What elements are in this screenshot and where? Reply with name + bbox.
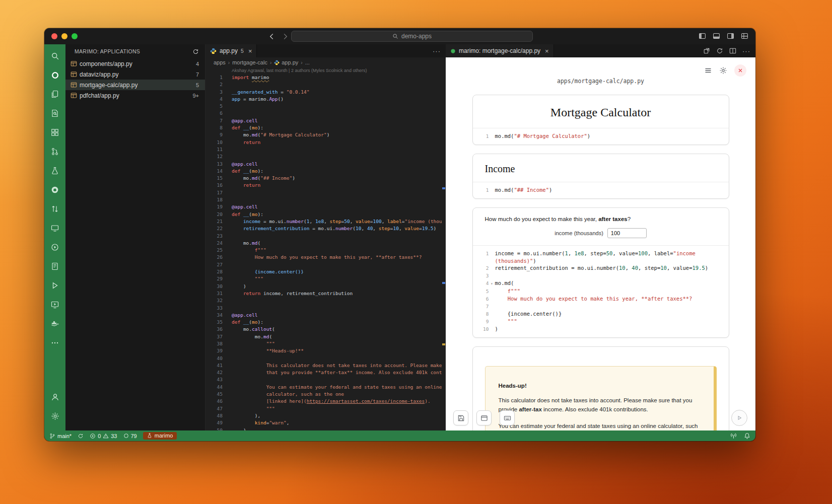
line-number: 40 <box>205 355 223 362</box>
toggle-secondary-sidebar-icon[interactable] <box>727 32 734 40</box>
account-icon[interactable] <box>44 387 65 406</box>
app-settings-gear-icon[interactable] <box>719 66 727 75</box>
port-status[interactable]: 79 <box>123 433 137 439</box>
file-badge: 5 <box>196 82 199 88</box>
code-line: 17 <box>205 189 446 196</box>
line-content: def __(mo): <box>223 319 263 326</box>
run-app-button[interactable] <box>731 410 747 426</box>
files-icon[interactable] <box>44 85 65 104</box>
extensions-icon[interactable] <box>44 123 65 142</box>
marimo-app-file-icon <box>71 82 77 88</box>
line-number: 31 <box>205 290 223 297</box>
pull-request-icon[interactable] <box>44 142 65 161</box>
more-actions-icon[interactable]: ··· <box>433 47 441 55</box>
preview-code-line: (thousands)") <box>479 257 723 264</box>
income-input[interactable] <box>607 228 647 238</box>
preview-code-line: 1income = mo.ui.number(1, 1e8, step=50, … <box>479 250 723 257</box>
sync-changes-status[interactable] <box>78 433 84 439</box>
save-button[interactable] <box>453 410 468 425</box>
zoom-window-button[interactable] <box>72 33 78 39</box>
preview-code-line: 10) <box>479 325 723 333</box>
open-in-browser-button[interactable] <box>476 410 492 425</box>
code-line: 12 <box>205 153 446 160</box>
code-line: 37 mo.md( <box>205 333 446 340</box>
preview-code-line: 6 How much do you expect to make this ye… <box>479 295 723 303</box>
code-line: 22 retirement_contribution = mo.ui.numbe… <box>205 225 446 232</box>
breadcrumb-item[interactable]: apps <box>214 59 226 65</box>
toggle-panel-icon[interactable] <box>713 32 720 40</box>
refresh-icon[interactable] <box>192 48 199 55</box>
code-line: 9 mo.md("# Mortgage Calculator") <box>205 131 446 138</box>
search-icon[interactable] <box>44 46 65 65</box>
warning-callout: Heads-up! This calculator does not take … <box>485 366 717 430</box>
breadcrumb-item[interactable]: ... <box>305 59 310 65</box>
close-tab-icon[interactable]: × <box>248 48 252 54</box>
line-content: return <box>223 182 260 189</box>
line-number: 50 <box>205 427 223 430</box>
forward-icon[interactable] <box>282 33 289 40</box>
line-content: ) <box>223 283 246 290</box>
marimo-extension-icon[interactable] <box>44 65 65 85</box>
line-content: f""" <box>495 287 521 295</box>
line-number: 49 <box>205 419 223 426</box>
breadcrumb-item[interactable]: app.py <box>274 59 298 65</box>
split-editor-icon[interactable] <box>729 47 736 54</box>
back-icon[interactable] <box>268 33 275 40</box>
broadcast-icon[interactable] <box>730 433 737 439</box>
run-debug-icon[interactable] <box>44 276 65 295</box>
line-number: 19 <box>205 203 223 210</box>
more-views-icon[interactable] <box>44 333 65 352</box>
line-content <box>223 261 232 268</box>
code-line: 24 mo.md( <box>205 240 446 247</box>
reload-icon[interactable] <box>716 47 723 54</box>
sidebar-item-dataviz/app.py[interactable]: dataviz/app.py7 <box>65 69 205 80</box>
problems-status[interactable]: 0 33 <box>90 433 117 439</box>
command-center-search[interactable]: demo-apps <box>291 31 533 42</box>
code-line: 13@app.cell <box>205 161 446 168</box>
code-editor[interactable]: Akshay Agrawal, last month | 2 authors (… <box>205 67 446 430</box>
close-tab-icon[interactable]: × <box>545 48 549 54</box>
overview-ruler[interactable] <box>442 67 446 430</box>
live-preview-icon[interactable] <box>44 295 65 314</box>
docker-icon[interactable] <box>44 314 65 333</box>
test-beaker-icon[interactable] <box>44 161 65 180</box>
shutdown-app-icon[interactable] <box>734 64 746 77</box>
menu-icon[interactable] <box>704 66 712 75</box>
marimo-extension-status[interactable]: marimo <box>143 432 177 440</box>
file-search-icon[interactable] <box>44 104 65 123</box>
sidebar-item-pdfchat/app.py[interactable]: pdfchat/app.py9+ <box>65 90 205 101</box>
line-content: How much do you expect to make this year… <box>495 295 692 303</box>
settings-gear-icon[interactable] <box>44 406 65 425</box>
customize-layout-icon[interactable] <box>741 32 748 40</box>
ruler-mark <box>442 343 445 345</box>
github-icon[interactable] <box>44 180 65 199</box>
remote-explorer-icon[interactable] <box>44 219 65 238</box>
line-number: 11 <box>205 146 223 153</box>
cell1-code[interactable]: 1mo.md("# Mortgage Calculator") <box>473 128 729 145</box>
breadcrumb-item[interactable]: mortgage-calc <box>232 59 267 65</box>
line-content: How much do you expect to make this year… <box>223 254 422 261</box>
notifications-bell-icon[interactable] <box>744 433 750 439</box>
toggle-sidebar-icon[interactable] <box>699 32 706 40</box>
line-content: income = mo.ui.number(1, 1e8, step=50, v… <box>223 218 445 225</box>
more-actions-icon[interactable]: ··· <box>742 47 750 55</box>
run-circle-icon[interactable] <box>44 238 65 257</box>
git-branch-status[interactable]: main* <box>49 433 72 439</box>
tab-app-py[interactable]: app.py 5 × <box>205 44 257 57</box>
minimize-window-button[interactable] <box>61 33 67 39</box>
fold-chevron-icon[interactable]: ▾ <box>489 279 495 287</box>
activity-bar <box>44 44 65 430</box>
close-window-button[interactable] <box>51 33 57 39</box>
line-number: 5 <box>479 287 489 295</box>
sidebar-item-components/app.py[interactable]: components/app.py4 <box>65 58 205 69</box>
file-badge: 9+ <box>192 93 199 99</box>
keyboard-shortcuts-button[interactable] <box>500 410 515 425</box>
sidebar-item-mortgage-calc/app.py[interactable]: mortgage-calc/app.py5 <box>65 80 205 90</box>
tab-marimo-preview[interactable]: marimo: mortgage-calc/app.py × <box>446 44 554 57</box>
line-content <box>223 297 232 304</box>
cell3-code[interactable]: 1income = mo.ui.number(1, 1e8, step=50, … <box>473 246 729 337</box>
open-external-icon[interactable] <box>703 47 710 54</box>
notebook-icon[interactable] <box>44 257 65 276</box>
cell2-code[interactable]: 1mo.md("## Income") <box>473 182 729 198</box>
compare-changes-icon[interactable] <box>44 199 65 219</box>
